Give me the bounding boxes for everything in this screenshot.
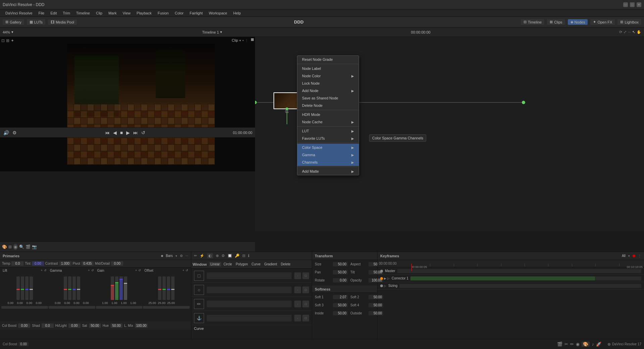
color-tool-1[interactable]: 🎨 [2,245,7,249]
page-cut-icon[interactable]: ✂ [564,342,568,347]
3d-icon[interactable]: ⊟ [242,254,245,258]
inside-value[interactable]: 50.00 [333,311,348,315]
ctx-node-color[interactable]: Node Color ▶ [297,72,359,80]
l-mix-value[interactable]: 100.00 [135,323,148,328]
kf-corrector1-expand[interactable]: ▷ [387,277,390,280]
menu-color[interactable]: Color [172,10,186,16]
blur-icon[interactable]: 🔲 [228,254,232,258]
clip-dropdown[interactable]: ▾ [239,39,241,42]
offset-master-slider[interactable] [171,276,175,300]
offset-blue-slider[interactable] [167,276,170,300]
lightbox-button[interactable]: ⊞ Lightbox [617,19,641,25]
gamma-master-slider[interactable] [77,276,80,300]
circle-ctrl-1[interactable]: · [294,287,301,293]
menu-timeline[interactable]: Timeline [73,10,93,16]
open-fx-button[interactable]: ✦ Open FX [590,19,615,25]
key-icon[interactable]: 🔑 [235,254,240,258]
page-media-icon[interactable]: 🎬 [557,342,562,347]
loop-button[interactable]: ↺ [141,129,146,136]
gamma-horiz-slider[interactable] [49,306,95,309]
ctx-reset-node-grade[interactable]: Reset Node Grade [297,56,359,63]
hue-value[interactable]: 50.00 [110,323,122,328]
ctx-favorite-luts[interactable]: Favorite LUTs ▶ [297,135,359,142]
rectangle-shape-icon[interactable]: □ [194,271,204,281]
gallery-button[interactable]: ⊞ Gallery [3,19,24,25]
curve-tool[interactable]: Curve [250,262,262,266]
gain-blue-slider[interactable] [119,276,123,300]
lift-reset[interactable]: ↺ [44,269,47,272]
hand-icon[interactable]: ✋ [637,30,641,34]
color-tool-3[interactable]: ◉ [13,244,18,250]
pen-ctrl-1[interactable]: · [294,301,301,307]
menu-file[interactable]: File [36,10,47,16]
tracker-icon[interactable]: ⊕ [216,254,219,258]
lift-green-slider[interactable] [21,276,24,300]
node-01[interactable]: 01 [274,92,300,114]
go-to-start-button[interactable]: ⏮ [104,129,110,136]
ctx-hdr-mode[interactable]: HDR Mode [297,111,359,118]
ctx-node-cache[interactable]: Node Cache ▶ [297,118,359,126]
gradient-tool[interactable]: Gradient [263,262,278,266]
timeline-button[interactable]: ⊟ Timeline [521,19,544,25]
rect-ctrl-1[interactable]: · [294,272,301,279]
page-deliver-icon[interactable]: 🚀 [596,342,601,347]
gamma-reset[interactable]: ↺ [91,269,94,272]
menu-fairlight[interactable]: Fairlight [187,10,205,16]
kf-sizing-row[interactable]: ▷ Sizing [378,282,644,290]
nodes-button[interactable]: ◈ Nodes [568,19,588,25]
page-fairlight-icon[interactable]: ♪ [592,342,594,347]
menu-fusion[interactable]: Fusion [155,10,171,16]
clips-button[interactable]: ⊠ Clips [547,19,565,25]
linear-tool[interactable]: Linear [209,262,221,266]
bars-arrow[interactable]: ▾ [176,254,177,258]
color-tool-6[interactable]: 📷 [32,245,37,249]
prev-frame-button[interactable]: ◀ [112,129,117,136]
temp-value[interactable]: 0.0 [11,261,23,266]
cursor-icon[interactable]: ↖ [632,30,635,34]
gain-reset[interactable]: ↺ [138,269,141,272]
gamma-blue-slider[interactable] [72,276,76,300]
gain-horiz-slider[interactable] [96,306,143,309]
ctx-gamma[interactable]: Gamma ▶ [297,151,359,159]
ctx-lock-node[interactable]: Lock Node [297,80,359,87]
media-pool-button[interactable]: 🎞 Media Pool [48,19,77,25]
col-boost-status-value[interactable]: 0.00 [18,342,28,346]
close-button[interactable]: ✕ [637,2,641,7]
ctx-add-node[interactable]: Add Node ▶ [297,87,359,94]
power-window-icon[interactable]: ◐ [207,253,213,258]
color-tool-2[interactable]: ⊞ [8,245,12,249]
stop-button[interactable]: ■ [119,129,123,136]
offset-reset[interactable]: ↺ [186,269,188,272]
offset-horiz-slider[interactable] [143,306,190,309]
primaries-settings[interactable]: ⚙ [180,254,183,258]
anchor-ctrl-1[interactable]: · [294,315,301,321]
pen-shape-icon[interactable]: ✏ [194,299,204,309]
bars-dropdown[interactable]: Bars [166,254,173,258]
kf-more[interactable]: ⋮ [638,254,641,258]
menu-mark[interactable]: Mark [106,10,119,16]
lift-blue-slider[interactable] [25,276,29,300]
col-boost-value[interactable]: 0.00 [18,323,30,328]
lift-master-slider[interactable] [30,276,33,300]
ctx-delete-node[interactable]: Delete Node [297,102,359,109]
gamma-green-slider[interactable] [68,276,71,300]
shad-value[interactable]: 0.0 [42,323,54,328]
anchor-ctrl-2[interactable]: □ [302,315,309,321]
page-fusion-icon[interactable]: ◉ [576,342,580,347]
color-tool-4[interactable]: 🔍 [19,245,24,249]
play-button[interactable]: ▶ [126,129,131,136]
kf-expand-arrow[interactable]: ▶ [384,277,386,280]
color-tool-5[interactable]: 🎬 [26,245,31,249]
node-port-bottom[interactable] [286,107,288,110]
page-color-icon[interactable]: 🎨 [582,342,590,347]
gamma-add[interactable]: + [88,269,90,272]
gain-green-slider[interactable] [115,276,118,300]
lift-add[interactable]: + [41,269,42,272]
pen-ctrl-2[interactable]: □ [302,301,309,307]
gain-master-slider[interactable] [124,276,127,300]
contrast-value[interactable]: 1.000 [59,261,71,266]
timeline-name[interactable]: Timeline 1 ▾ [202,30,222,34]
playback-settings[interactable]: ⚙ [12,129,17,136]
menu-edit[interactable]: Edit [48,10,59,16]
menu-clip[interactable]: Clip [93,10,105,16]
